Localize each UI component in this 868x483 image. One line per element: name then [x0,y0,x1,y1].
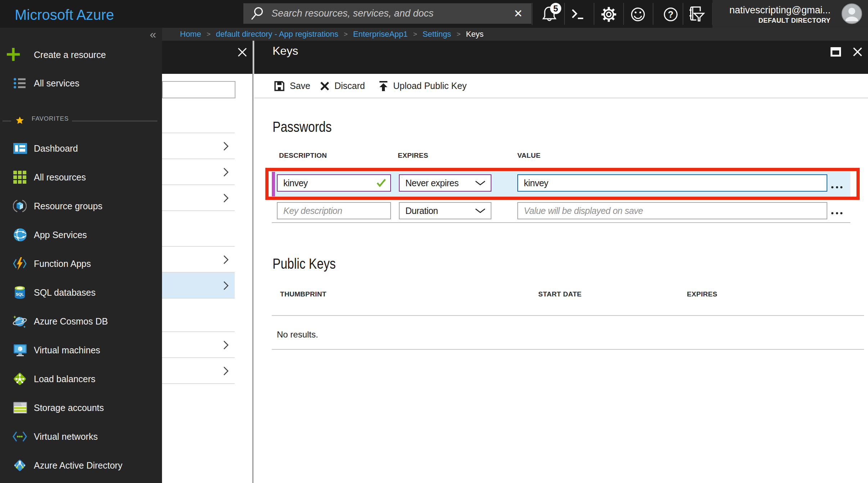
svg-text:SQL: SQL [16,292,24,296]
svg-text:?: ? [668,9,673,19]
